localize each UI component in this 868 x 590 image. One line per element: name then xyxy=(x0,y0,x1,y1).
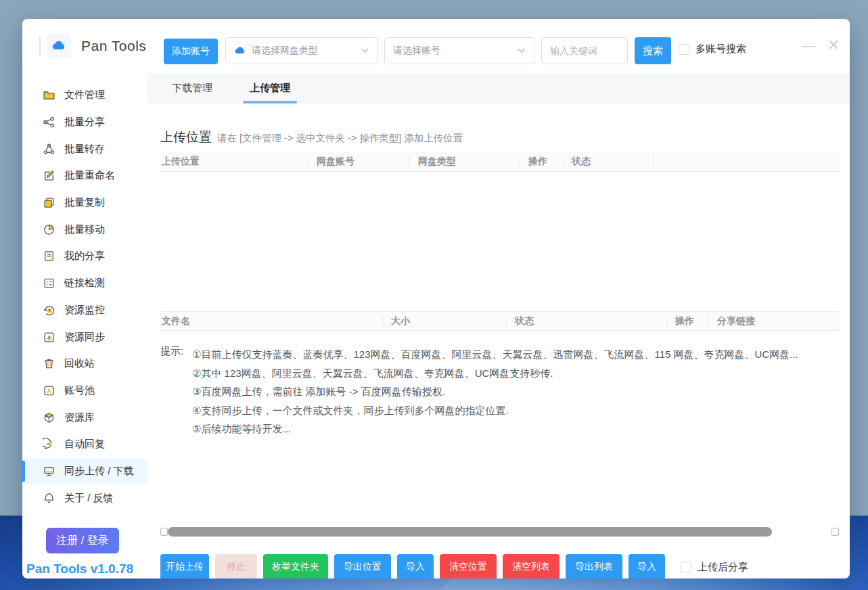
version-text: Pan Tools v1.0.78 xyxy=(26,562,147,576)
chevron-down-icon xyxy=(361,48,369,53)
horizontal-scrollbar[interactable] xyxy=(160,526,839,537)
sidebar-item-sync-upload-download[interactable]: 同步上传 / 下载 xyxy=(22,458,147,485)
cloud-icon xyxy=(234,46,246,55)
id-card-icon xyxy=(43,384,56,397)
close-icon[interactable]: ✕ xyxy=(827,35,840,55)
document-icon xyxy=(43,250,56,263)
tip-line: ②其中 123网盘、阿里云盘、天翼云盘、飞流网盘、夸克网盘、UC网盘支持秒传. xyxy=(192,364,839,383)
col-upload-location: 上传位置 xyxy=(160,156,308,168)
import-locations-button[interactable]: 导入 xyxy=(397,554,434,578)
sidebar-item-resource-sync[interactable]: 资源同步 xyxy=(22,323,147,350)
header: Pan Tools 添加账号 请选择网盘类型 请选择账号 搜索 xyxy=(22,19,850,73)
history-icon xyxy=(43,303,56,317)
upload-location-table-header: 上传位置 网盘账号 网盘类型 操作 状态 xyxy=(160,152,839,172)
file-table-header: 文件名 大小 状态 操作 分享链接 xyxy=(160,311,839,331)
keyword-input[interactable] xyxy=(541,37,628,64)
bell-icon xyxy=(43,491,56,505)
tips-block: 提示: ①目前上传仅支持蓝奏、蓝奏优享、123网盘、百度网盘、阿里云盘、天翼云盘… xyxy=(160,345,839,438)
tip-line: ⑤后续功能等待开发... xyxy=(192,419,839,438)
app-logo xyxy=(47,34,71,58)
import-list-button[interactable]: 导入 xyxy=(629,554,665,578)
upload-location-table-body xyxy=(160,172,839,311)
checklist-icon xyxy=(43,277,56,290)
clear-locations-button[interactable]: 清空位置 xyxy=(440,554,497,578)
pan-type-select-value: 请选择网盘类型 xyxy=(252,45,361,57)
pan-type-select[interactable]: 请选择网盘类型 xyxy=(225,37,378,64)
tab-upload-manage[interactable]: 上传管理 xyxy=(247,73,293,104)
monitor-icon xyxy=(43,464,56,478)
col-status: 状态 xyxy=(506,315,666,327)
stop-button[interactable]: 停止 xyxy=(215,554,257,578)
tip-line: ①目前上传仅支持蓝奏、蓝奏优享、123网盘、百度网盘、阿里云盘、天翼云盘、迅雷网… xyxy=(192,345,839,364)
tips-label: 提示: xyxy=(160,345,192,438)
share-after-upload-checkbox[interactable] xyxy=(681,562,691,572)
sidebar-item-batch-copy[interactable]: 批量复制 xyxy=(22,189,147,217)
cube-icon xyxy=(43,411,56,424)
sidebar-item-resource-monitor[interactable]: 资源监控 xyxy=(22,297,147,324)
account-select-value: 请选择账号 xyxy=(393,45,518,57)
upload-location-title: 上传位置 xyxy=(160,129,212,146)
col-actions: 操作 xyxy=(520,156,563,168)
chevron-down-icon xyxy=(518,48,526,53)
chat-icon xyxy=(43,438,56,451)
col-size: 大小 xyxy=(382,315,506,327)
col-pan-type: 网盘类型 xyxy=(409,156,520,168)
tab-download-manage[interactable]: 下载管理 xyxy=(169,73,215,104)
app-window: Pan Tools 添加账号 请选择网盘类型 请选择账号 搜索 xyxy=(22,19,850,578)
scroll-right-arrow[interactable] xyxy=(831,528,839,536)
tip-line: ④支持同步上传，一个文件或文件夹，同步上传到多个网盘的指定位置. xyxy=(192,401,839,420)
col-share-link: 分享链接 xyxy=(708,315,839,327)
multi-account-checkbox[interactable] xyxy=(679,44,689,55)
sidebar-item-batch-share[interactable]: 批量分享 xyxy=(22,109,147,136)
app-title: Pan Tools xyxy=(81,38,146,54)
search-button[interactable]: 搜索 xyxy=(635,37,671,64)
sidebar-item-my-shares[interactable]: 我的分享 xyxy=(22,243,147,270)
upload-location-hint: 请在 [文件管理 -> 选中文件夹 -> 操作类型] 添加上传位置 xyxy=(217,132,463,145)
tip-line: ③百度网盘上传，需前往 添加账号 -> 百度网盘传输授权. xyxy=(192,382,839,401)
scroll-left-arrow[interactable] xyxy=(160,528,168,536)
col-file-name: 文件名 xyxy=(160,315,382,327)
pie-icon xyxy=(43,223,56,236)
col-pan-account: 网盘账号 xyxy=(308,156,409,168)
scrollbar-thumb[interactable] xyxy=(168,527,772,537)
col-status: 状态 xyxy=(563,156,653,168)
folder-icon xyxy=(43,89,56,102)
share-after-upload-label: 上传后分享 xyxy=(698,561,748,574)
sidebar-item-account-pool[interactable]: 账号池 xyxy=(22,378,147,405)
account-select[interactable]: 请选择账号 xyxy=(384,37,534,64)
minimize-icon[interactable]: — xyxy=(802,35,816,55)
export-list-button[interactable]: 导出列表 xyxy=(566,554,622,578)
cloud-icon xyxy=(51,40,66,52)
export-locations-button[interactable]: 导出位置 xyxy=(334,554,391,578)
sidebar-item-auto-reply[interactable]: 自动回复 xyxy=(22,431,147,458)
chart-icon xyxy=(43,330,56,344)
add-account-button[interactable]: 添加账号 xyxy=(164,39,218,64)
sidebar-item-about-feedback[interactable]: 关于 / 反馈 xyxy=(22,484,147,512)
share-icon xyxy=(43,116,56,129)
sidebar-item-batch-rename[interactable]: 批量重命名 xyxy=(22,162,147,189)
copy-icon xyxy=(43,196,56,210)
col-empty xyxy=(653,152,839,171)
register-login-button[interactable]: 注册 / 登录 xyxy=(46,528,119,553)
sidebar-item-batch-transfer[interactable]: 批量转存 xyxy=(22,135,147,162)
sidebar-item-link-check[interactable]: 链接检测 xyxy=(22,270,147,297)
start-upload-button[interactable]: 开始上传 xyxy=(160,554,209,578)
sidebar-item-file-manage[interactable]: 文件管理 xyxy=(22,82,147,109)
sidebar-item-resource-library[interactable]: 资源库 xyxy=(22,404,147,431)
main-panel: 下载管理 上传管理 上传位置 请在 [文件管理 -> 选中文件夹 -> 操作类型… xyxy=(147,73,850,578)
trash-icon xyxy=(43,357,56,371)
multi-account-label: 多账号搜索 xyxy=(695,43,746,55)
enumerate-folder-button[interactable]: 枚举文件夹 xyxy=(263,554,328,578)
sidebar-item-recycle-bin[interactable]: 回收站 xyxy=(22,350,147,378)
logo-divider xyxy=(39,36,41,56)
sidebar: 文件管理 批量分享 批量转存 xyxy=(22,73,147,578)
col-actions: 操作 xyxy=(666,315,708,327)
transfer-icon xyxy=(43,142,56,156)
tab-bar: 下载管理 上传管理 xyxy=(147,73,850,104)
rename-icon xyxy=(43,169,56,183)
footer-toolbar: 开始上传 停止 枚举文件夹 导出位置 导入 清空位置 清空列表 导出列表 导入 … xyxy=(160,554,748,578)
clear-list-button[interactable]: 清空列表 xyxy=(503,554,559,578)
sidebar-item-batch-move[interactable]: 批量移动 xyxy=(22,216,147,243)
